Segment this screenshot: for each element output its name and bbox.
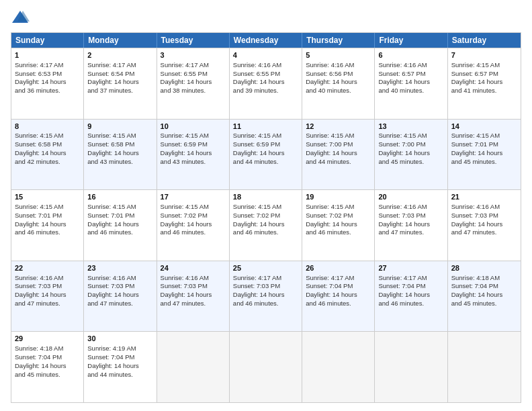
day-info: Daylight: 14 hours	[378, 291, 443, 300]
day-info: Sunset: 6:58 PM	[87, 140, 152, 149]
day-info: Daylight: 14 hours	[87, 220, 152, 229]
day-info: Sunrise: 4:15 AM	[15, 132, 80, 140]
calendar-week: 29Sunrise: 4:18 AMSunset: 7:04 PMDayligh…	[11, 331, 521, 402]
calendar-day: 25Sunrise: 4:17 AMSunset: 7:03 PMDayligh…	[230, 261, 302, 332]
day-info: Sunrise: 4:15 AM	[87, 203, 152, 212]
day-number: 16	[87, 192, 152, 202]
day-info: Sunrise: 4:17 AM	[161, 61, 226, 70]
day-info: and 46 minutes.	[161, 228, 226, 237]
day-info: Sunset: 7:04 PM	[451, 282, 517, 291]
calendar: SundayMondayTuesdayWednesdayThursdayFrid…	[11, 32, 521, 403]
day-info: Daylight: 14 hours	[378, 149, 443, 158]
day-info: Daylight: 14 hours	[15, 291, 80, 300]
calendar-day: 14Sunrise: 4:15 AMSunset: 7:01 PMDayligh…	[448, 120, 521, 190]
day-info: Sunrise: 4:16 AM	[15, 274, 80, 283]
day-info: Daylight: 14 hours	[161, 291, 226, 300]
day-info: Sunset: 6:57 PM	[451, 70, 517, 79]
day-info: Sunset: 6:57 PM	[378, 70, 443, 79]
day-info: Sunrise: 4:19 AM	[87, 345, 152, 353]
day-info: Daylight: 14 hours	[87, 362, 152, 371]
day-info: and 38 minutes.	[161, 87, 226, 95]
day-info: Daylight: 14 hours	[161, 78, 226, 87]
day-info: Sunrise: 4:15 AM	[306, 132, 371, 140]
calendar-day: 6Sunrise: 4:16 AMSunset: 6:57 PMDaylight…	[375, 48, 447, 119]
day-info: Sunset: 7:03 PM	[378, 212, 443, 220]
day-info: and 46 minutes.	[87, 228, 152, 237]
day-info: and 47 minutes.	[87, 300, 152, 308]
calendar-day: 16Sunrise: 4:15 AMSunset: 7:01 PMDayligh…	[84, 190, 157, 261]
day-number: 5	[306, 50, 371, 60]
day-info: Sunset: 6:59 PM	[233, 140, 298, 149]
day-number: 22	[15, 263, 80, 273]
calendar-day: 3Sunrise: 4:17 AMSunset: 6:55 PMDaylight…	[157, 48, 230, 119]
day-info: and 45 minutes.	[451, 300, 517, 308]
day-info: Sunrise: 4:17 AM	[87, 61, 152, 70]
day-number: 28	[451, 263, 517, 273]
day-info: Daylight: 14 hours	[233, 149, 298, 158]
day-number: 26	[306, 263, 371, 273]
day-info: Sunrise: 4:16 AM	[87, 274, 152, 283]
day-number: 21	[451, 192, 517, 202]
day-info: Daylight: 14 hours	[306, 78, 371, 87]
day-info: Daylight: 14 hours	[378, 78, 443, 87]
day-info: and 45 minutes.	[451, 158, 517, 167]
calendar-day: 9Sunrise: 4:15 AMSunset: 6:58 PMDaylight…	[84, 120, 157, 190]
header-day: Friday	[375, 33, 447, 48]
header-day: Wednesday	[230, 33, 302, 48]
day-info: Sunrise: 4:16 AM	[451, 203, 517, 212]
calendar-day: 17Sunrise: 4:15 AMSunset: 7:02 PMDayligh…	[157, 190, 230, 261]
day-info: and 46 minutes.	[306, 300, 371, 308]
day-info: Daylight: 14 hours	[87, 291, 152, 300]
day-info: and 43 minutes.	[87, 158, 152, 167]
day-info: and 40 minutes.	[378, 87, 443, 95]
day-info: and 47 minutes.	[161, 300, 226, 308]
calendar-day: 1Sunrise: 4:17 AMSunset: 6:53 PMDaylight…	[11, 48, 84, 119]
day-info: and 42 minutes.	[15, 158, 80, 167]
day-info: and 46 minutes.	[306, 228, 371, 237]
header-day: Tuesday	[157, 33, 230, 48]
day-info: Sunset: 7:02 PM	[306, 212, 371, 220]
day-number: 11	[233, 122, 298, 132]
day-info: and 46 minutes.	[15, 228, 80, 237]
calendar-day: 28Sunrise: 4:18 AMSunset: 7:04 PMDayligh…	[448, 261, 521, 332]
header-day: Sunday	[11, 33, 84, 48]
day-number: 14	[451, 122, 517, 132]
day-info: Sunrise: 4:17 AM	[15, 61, 80, 70]
calendar-day: 4Sunrise: 4:16 AMSunset: 6:55 PMDaylight…	[230, 48, 302, 119]
day-info: and 45 minutes.	[15, 371, 80, 379]
header	[11, 8, 521, 27]
day-info: and 46 minutes.	[233, 300, 298, 308]
day-info: Sunset: 7:03 PM	[15, 282, 80, 291]
day-info: Sunrise: 4:15 AM	[233, 203, 298, 212]
day-number: 19	[306, 192, 371, 202]
day-info: Daylight: 14 hours	[451, 220, 517, 229]
calendar-day: 18Sunrise: 4:15 AMSunset: 7:02 PMDayligh…	[230, 190, 302, 261]
day-info: Sunrise: 4:16 AM	[233, 61, 298, 70]
calendar-day: 13Sunrise: 4:15 AMSunset: 7:00 PMDayligh…	[375, 120, 447, 190]
calendar-day: 30Sunrise: 4:19 AMSunset: 7:04 PMDayligh…	[84, 332, 157, 402]
day-info: Sunrise: 4:17 AM	[233, 274, 298, 283]
day-info: Sunset: 7:01 PM	[15, 212, 80, 220]
day-info: Sunrise: 4:15 AM	[87, 132, 152, 140]
day-number: 29	[15, 334, 80, 344]
calendar-day	[375, 332, 447, 402]
header-day: Saturday	[448, 33, 521, 48]
day-info: Daylight: 14 hours	[15, 149, 80, 158]
calendar-day: 20Sunrise: 4:16 AMSunset: 7:03 PMDayligh…	[375, 190, 447, 261]
day-info: and 46 minutes.	[378, 300, 443, 308]
day-info: Sunrise: 4:15 AM	[378, 132, 443, 140]
day-number: 30	[87, 334, 152, 344]
day-info: Sunset: 6:56 PM	[306, 70, 371, 79]
day-info: Sunset: 7:04 PM	[378, 282, 443, 291]
day-info: and 46 minutes.	[233, 228, 298, 237]
day-number: 3	[161, 50, 226, 60]
calendar-day: 26Sunrise: 4:17 AMSunset: 7:04 PMDayligh…	[302, 261, 375, 332]
day-info: and 47 minutes.	[15, 300, 80, 308]
calendar-week: 15Sunrise: 4:15 AMSunset: 7:01 PMDayligh…	[11, 189, 521, 261]
day-number: 17	[161, 192, 226, 202]
calendar-header: SundayMondayTuesdayWednesdayThursdayFrid…	[11, 33, 521, 48]
calendar-week: 1Sunrise: 4:17 AMSunset: 6:53 PMDaylight…	[11, 48, 521, 119]
day-info: Sunset: 7:04 PM	[87, 353, 152, 362]
day-info: and 39 minutes.	[233, 87, 298, 95]
calendar-day: 15Sunrise: 4:15 AMSunset: 7:01 PMDayligh…	[11, 190, 84, 261]
